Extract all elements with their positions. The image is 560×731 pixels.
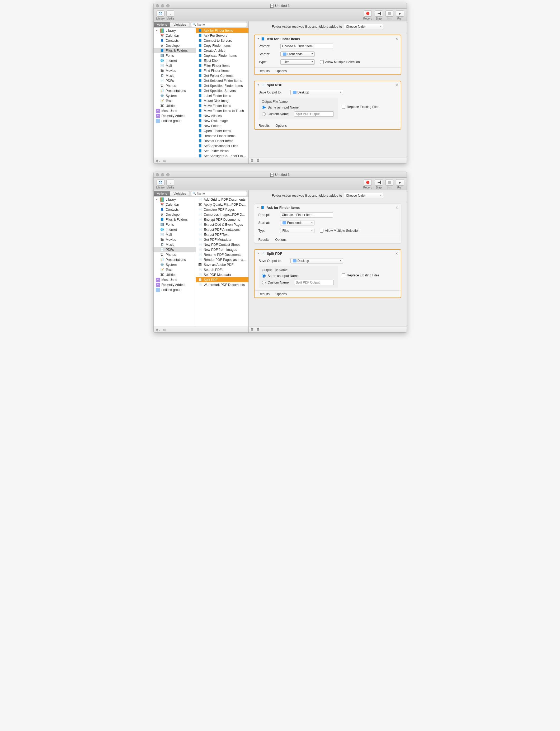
search-input[interactable] bbox=[191, 22, 247, 27]
save-select[interactable]: Desktop bbox=[290, 90, 343, 95]
action-card-split-pdf[interactable]: ▼Split PDF✕Save Output to:DesktopOutput … bbox=[254, 81, 401, 130]
action-row[interactable]: Duplicate Finder Items bbox=[196, 53, 248, 58]
category-row[interactable]: Calendar bbox=[154, 33, 196, 38]
close-icon[interactable]: ✕ bbox=[395, 37, 398, 41]
custom-name-field[interactable] bbox=[294, 111, 334, 117]
same-name-radio[interactable]: Same as Input Name bbox=[262, 106, 335, 109]
results-tab[interactable]: Results bbox=[259, 69, 270, 73]
same-name-input[interactable] bbox=[262, 274, 266, 278]
action-list[interactable]: Add Grid to PDF DocumentsApply Quartz Fi… bbox=[196, 197, 248, 327]
category-row[interactable]: System bbox=[154, 262, 196, 267]
close-button[interactable] bbox=[156, 173, 159, 176]
category-row[interactable]: System bbox=[154, 93, 196, 98]
close-button[interactable] bbox=[156, 4, 159, 7]
options-tab[interactable]: Options bbox=[275, 124, 287, 128]
category-row[interactable]: Movies bbox=[154, 237, 196, 242]
action-card-ask-finder[interactable]: ▼Ask for Finder Items✕Prompt:Start at:Fr… bbox=[254, 204, 401, 243]
options-tab[interactable]: Options bbox=[275, 69, 287, 73]
tab-actions[interactable]: Actions bbox=[154, 22, 170, 27]
action-row[interactable]: Open Finder Items bbox=[196, 128, 248, 133]
disclosure-icon[interactable]: ▼ bbox=[257, 252, 260, 255]
choose-folder-select[interactable]: Choose folder bbox=[344, 193, 383, 198]
record-button[interactable] bbox=[364, 10, 372, 17]
category-row[interactable]: ▼Library bbox=[154, 197, 196, 202]
min-button[interactable] bbox=[161, 173, 164, 176]
action-row[interactable]: Render PDF Pages as Images bbox=[196, 257, 248, 262]
vars-icon[interactable]: ☷ bbox=[257, 159, 259, 162]
replace-input[interactable] bbox=[342, 273, 345, 277]
category-row[interactable]: Contacts bbox=[154, 207, 196, 212]
category-row[interactable]: untitled group bbox=[154, 287, 196, 292]
action-row[interactable]: New Aliases bbox=[196, 113, 248, 118]
category-row[interactable]: Fonts bbox=[154, 222, 196, 227]
disclosure-icon[interactable]: ▼ bbox=[257, 206, 259, 209]
step-button[interactable] bbox=[375, 179, 383, 186]
media-button[interactable] bbox=[166, 10, 174, 17]
start-select[interactable]: Front ends bbox=[280, 220, 314, 225]
action-row[interactable]: Move Finder Items to Trash bbox=[196, 108, 248, 113]
category-row[interactable]: Music bbox=[154, 73, 196, 78]
action-row[interactable]: New PDF Contact Sheet bbox=[196, 242, 248, 247]
disclosure-icon[interactable]: ▼ bbox=[156, 198, 158, 201]
replace-checkbox[interactable]: Replace Existing Files bbox=[342, 273, 379, 277]
category-row[interactable]: Developer bbox=[154, 212, 196, 217]
workflow-canvas[interactable]: ▼Ask for Finder Items✕Prompt:Start at:Fr… bbox=[249, 201, 407, 327]
category-row[interactable]: Most Used bbox=[154, 277, 196, 282]
zoom-button[interactable] bbox=[166, 4, 170, 7]
replace-checkbox[interactable]: Replace Existing Files bbox=[342, 105, 379, 109]
category-row[interactable]: ▼Library bbox=[154, 28, 196, 33]
prompt-input[interactable] bbox=[280, 44, 333, 49]
action-row[interactable]: Search PDFs bbox=[196, 267, 248, 272]
action-card-split-pdf[interactable]: ▼Split PDF✕Save Output to:DesktopOutput … bbox=[254, 249, 401, 298]
category-row[interactable]: Movies bbox=[154, 68, 196, 73]
category-row[interactable]: Recently Added bbox=[154, 282, 196, 287]
action-row[interactable]: Move Finder Items bbox=[196, 103, 248, 108]
action-row[interactable]: Eject Disk bbox=[196, 58, 248, 63]
action-row[interactable]: New Disk Image bbox=[196, 118, 248, 123]
record-button[interactable] bbox=[364, 179, 372, 186]
action-row[interactable]: Combine PDF Pages bbox=[196, 207, 248, 212]
category-list[interactable]: ▼LibraryCalendarContactsDeveloperFiles &… bbox=[154, 197, 196, 327]
category-row[interactable]: Text bbox=[154, 267, 196, 272]
options-tab[interactable]: Options bbox=[275, 292, 287, 296]
gear-icon[interactable]: ✿⌄ bbox=[156, 159, 161, 162]
allow-multi-input[interactable] bbox=[320, 60, 324, 64]
category-row[interactable]: Calendar bbox=[154, 202, 196, 207]
category-row[interactable]: Music bbox=[154, 242, 196, 247]
category-row[interactable]: Files & Folders bbox=[154, 48, 196, 53]
disclosure-icon[interactable]: ▼ bbox=[257, 37, 260, 40]
action-row[interactable]: Set Spotlight Co…s for Finder Items bbox=[196, 153, 248, 158]
run-button[interactable] bbox=[396, 10, 404, 17]
category-row[interactable]: PDFs bbox=[154, 78, 196, 83]
action-row[interactable]: New PDF from Images bbox=[196, 247, 248, 252]
action-card-ask-finder[interactable]: ▼Ask for Finder Items✕Prompt:Start at:Fr… bbox=[254, 35, 401, 75]
category-row[interactable]: Text bbox=[154, 98, 196, 103]
action-row[interactable]: Mount Disk Image bbox=[196, 98, 248, 103]
custom-name-radio[interactable]: Custom Name bbox=[262, 111, 335, 117]
category-row[interactable]: untitled group bbox=[154, 118, 196, 123]
type-select[interactable]: Files bbox=[280, 59, 315, 65]
action-row[interactable]: 🅰Save as Adobe PDF bbox=[196, 262, 248, 267]
category-row[interactable]: Presentations bbox=[154, 88, 196, 93]
category-row[interactable]: Mail bbox=[154, 63, 196, 68]
action-row[interactable]: Set PDF Metadata bbox=[196, 272, 248, 277]
action-row[interactable]: Ask For Servers bbox=[196, 33, 248, 38]
action-row[interactable]: Add Grid to PDF Documents bbox=[196, 197, 248, 202]
results-tab[interactable]: Results bbox=[259, 292, 270, 296]
category-row[interactable]: PDFs bbox=[154, 247, 196, 252]
action-row[interactable]: Encrypt PDF Documents bbox=[196, 217, 248, 222]
panel-toggle-icon[interactable]: ▭ bbox=[163, 328, 166, 332]
tab-variables[interactable]: Variables bbox=[170, 191, 189, 196]
action-row[interactable]: Reveal Finder Items bbox=[196, 138, 248, 143]
action-row[interactable]: Ask for Finder Items bbox=[196, 28, 248, 33]
step-button[interactable] bbox=[375, 10, 383, 17]
gear-icon[interactable]: ✿⌄ bbox=[156, 328, 161, 331]
allow-multi-checkbox[interactable]: Allow Multiple Selection bbox=[320, 60, 360, 64]
action-row[interactable]: Compress Image…PDF Documents bbox=[196, 212, 248, 217]
action-row[interactable]: Get PDF Metadata bbox=[196, 237, 248, 242]
category-row[interactable]: Contacts bbox=[154, 38, 196, 43]
vars-icon[interactable]: ☷ bbox=[257, 328, 259, 331]
action-row[interactable]: Connect to Servers bbox=[196, 38, 248, 43]
action-row[interactable]: Set Application for Files bbox=[196, 143, 248, 148]
zoom-button[interactable] bbox=[166, 173, 170, 176]
